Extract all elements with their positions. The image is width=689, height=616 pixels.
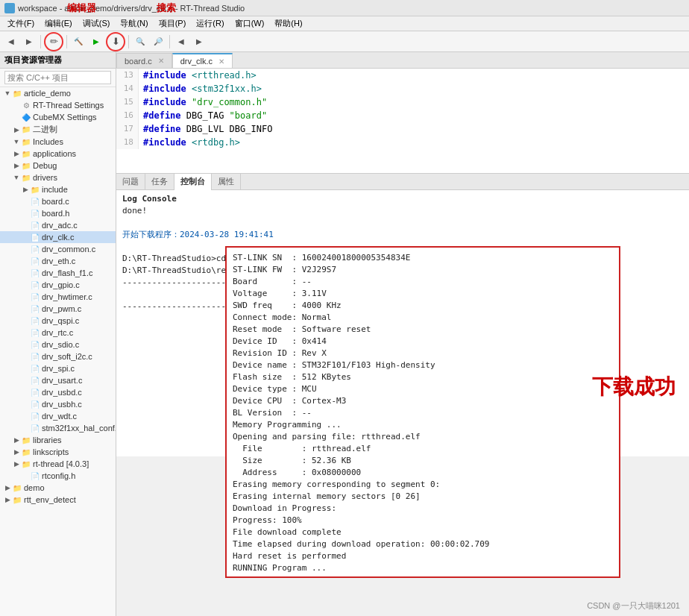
tree-item-drv_usbd_c[interactable]: 📄drv_usbd.c [0, 386, 116, 398]
tree-icon: 📄 [30, 232, 40, 242]
tree-item-drv_common_c[interactable]: 📄drv_common.c [0, 243, 116, 255]
annotation-editor: 编辑器 [67, 1, 96, 15]
tab-drv-clk-c[interactable]: drv_clk.c ✕ [172, 53, 233, 68]
code-line-16: 16 #define DBG_TAG "board" [116, 109, 689, 122]
tb-prev-btn[interactable]: ◀ [173, 34, 189, 50]
tree-item-rtconfig_h[interactable]: 📄rtconfig.h [0, 470, 116, 482]
tree-item-board_c[interactable]: 📄board.c [0, 195, 116, 207]
tree-icon: 📁 [21, 160, 31, 171]
search-input[interactable] [4, 71, 111, 84]
tree-arrow [21, 304, 30, 313]
tree-item-RT_Thread_Settings[interactable]: ⚙RT-Thread Settings [0, 99, 116, 111]
tab-bar: board.c ✕ drv_clk.c ✕ [116, 52, 689, 69]
tab-drv-clk-c-close[interactable]: ✕ [218, 57, 224, 66]
tb-sep2 [66, 35, 67, 48]
tree-arrow [21, 471, 30, 480]
tree-item-stm32f1xx_hal_conf_h[interactable]: 📄stm32f1xx_hal_conf.h [0, 422, 116, 434]
panel-tab-console[interactable]: 控制台 [174, 174, 212, 190]
title-bar: workspace - article_demo/drivers/drv_clk… [0, 0, 689, 16]
tree-icon: 📄 [30, 471, 40, 481]
tree-arrow: ▼ [12, 137, 21, 146]
panel-tab-tasks[interactable]: 任务 [145, 174, 174, 190]
panel-tab-properties[interactable]: 属性 [212, 174, 241, 190]
tree-item-rt_thread__4_0_3_[interactable]: ▶📁rt-thread [4.0.3] [0, 458, 116, 470]
tree-icon: 📄 [30, 399, 40, 409]
tree-item-drv_sdio_c[interactable]: 📄drv_sdio.c [0, 339, 116, 351]
tree-item-Includes[interactable]: ▼📁Includes [0, 136, 116, 148]
tree-icon: 📁 [12, 483, 22, 493]
tree-item-drv_eth_c[interactable]: 📄drv_eth.c [0, 255, 116, 267]
tree-icon: 📁 [21, 125, 31, 135]
menu-item-导航N[interactable]: 导航(N) [116, 16, 152, 31]
tb-editor-btn[interactable]: ✏ [44, 32, 63, 51]
menu-item-文件F[interactable]: 文件(F) [3, 16, 39, 31]
tree-item-drv_hwtimer_c[interactable]: 📄drv_hwtimer.c [0, 291, 116, 303]
tb-run-btn[interactable]: ▶ [88, 34, 104, 50]
tb-build-btn[interactable]: 🔨 [70, 34, 86, 50]
tree-item-drv_adc_c[interactable]: 📄drv_adc.c [0, 219, 116, 231]
menu-item-编辑E[interactable]: 编辑(E) [40, 16, 77, 31]
tree-item-linkscripts[interactable]: ▶📁linkscripts [0, 446, 116, 458]
tree-item-___[interactable]: ▶📁二进制 [0, 123, 116, 136]
tree-label: drv_common.c [42, 245, 95, 254]
tree-item-drv_pwm_c[interactable]: 📄drv_pwm.c [0, 303, 116, 315]
menu-item-项目P[interactable]: 项目(P) [154, 16, 191, 31]
console-title: Log Console [122, 193, 683, 205]
tab-board-c[interactable]: board.c ✕ [116, 53, 172, 68]
tree-arrow [21, 280, 30, 289]
tree-label: drv_spi.c [42, 364, 75, 373]
tree-item-drv_rtc_c[interactable]: 📄drv_rtc.c [0, 327, 116, 339]
tree-item-rtt_env_detect[interactable]: ▶📁rtt_env_detect [0, 494, 116, 506]
tb-zoom-in-btn[interactable]: 🔎 [150, 34, 166, 50]
tree-arrow [12, 101, 21, 110]
download-line-27: Address: : 0x8000000 [233, 574, 613, 578]
tb-back-btn[interactable]: ◀ [3, 34, 19, 50]
log-empty1 [122, 217, 683, 229]
tree-label: drv_wdt.c [42, 412, 77, 421]
download-line-4: SWD freq : 4000 KHz [233, 300, 613, 312]
tree-arrow: ▶ [12, 149, 21, 158]
log-done: done! [122, 205, 683, 217]
tree-item-drv_usbh_c[interactable]: 📄drv_usbh.c [0, 398, 116, 410]
tree-item-article_demo[interactable]: ▼📁article_demo [0, 87, 116, 99]
tree-label: drv_qspi.c [42, 316, 79, 325]
panel-tab-problems[interactable]: 问题 [116, 174, 145, 190]
tree-item-demo[interactable]: ▶📁demo [0, 482, 116, 494]
tree-item-board_h[interactable]: 📄board.h [0, 207, 116, 219]
tree-item-drv_spi_c[interactable]: 📄drv_spi.c [0, 362, 116, 374]
tb-forward-btn[interactable]: ▶ [21, 34, 37, 50]
tree-icon: 📄 [30, 411, 40, 421]
tree-item-drv_wdt_c[interactable]: 📄drv_wdt.c [0, 410, 116, 422]
download-line-21: Download in Progress: [233, 503, 613, 515]
tree-arrow: ▼ [12, 173, 21, 182]
menu-item-窗口W[interactable]: 窗口(W) [230, 16, 269, 31]
tree-item-libraries[interactable]: ▶📁libraries [0, 434, 116, 446]
menu-item-帮助H[interactable]: 帮助(H) [270, 16, 306, 31]
tree-item-drv_flash_f1_c[interactable]: 📄drv_flash_f1.c [0, 267, 116, 279]
tree-label: drv_usbh.c [42, 400, 82, 409]
tb-search-btn[interactable]: 🔍 [132, 34, 148, 50]
tree-item-CubeMX_Settings[interactable]: 🔷CubeMX Settings [0, 111, 116, 123]
tree-icon: 📄 [30, 292, 40, 302]
tree-item-Debug[interactable]: ▶📁Debug [0, 160, 116, 172]
tree-icon: 📄 [30, 280, 40, 290]
tree-item-drv_clk_c[interactable]: 📄drv_clk.c [0, 231, 116, 243]
tree-arrow [21, 364, 30, 373]
tree-item-drv_soft_i2c_c[interactable]: 📄drv_soft_i2c.c [0, 351, 116, 362]
tree-item-drv_usart_c[interactable]: 📄drv_usart.c [0, 374, 116, 386]
tab-board-c-close[interactable]: ✕ [158, 57, 164, 65]
tree-item-drivers[interactable]: ▼📁drivers [0, 172, 116, 183]
tree-item-drv_gpio_c[interactable]: 📄drv_gpio.c [0, 279, 116, 291]
tb-download-btn[interactable]: ⬇ [106, 32, 125, 51]
tree-item-applications[interactable]: ▶📁applications [0, 148, 116, 160]
title-text: workspace - article_demo/drivers/drv_clk… [18, 4, 245, 13]
tb-next-btn[interactable]: ▶ [191, 34, 207, 50]
tree-item-drv_qspi_c[interactable]: 📄drv_qspi.c [0, 315, 116, 327]
tree-arrow [21, 352, 30, 361]
download-line-12: Device CPU : Cortex-M3 [233, 395, 613, 407]
menu-item-运行R[interactable]: 运行(R) [192, 16, 228, 31]
tree-item-include[interactable]: ▶📁include [0, 183, 116, 195]
menu-item-调试S[interactable]: 调试(S) [78, 16, 115, 31]
download-line-3: Voltage : 3.11V [233, 288, 613, 300]
tree-label: drv_sdio.c [42, 340, 79, 349]
